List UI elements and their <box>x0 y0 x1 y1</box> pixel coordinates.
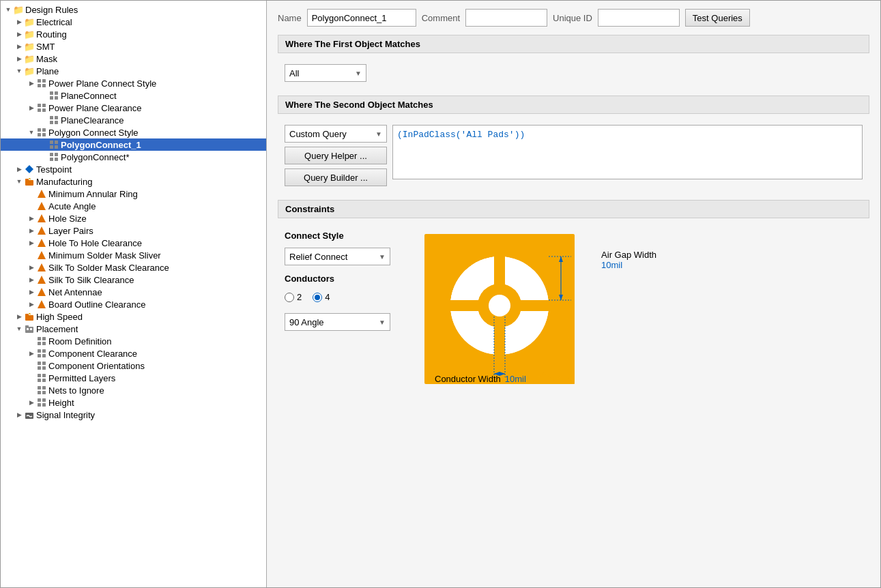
icon-silk-to-silk-clearance <box>36 274 47 285</box>
tree-item-electrical[interactable]: ▶ 📁 Electrical <box>1 16 266 28</box>
conductor-width-label: Conductor Width <box>435 374 501 384</box>
test-queries-button[interactable]: Test Queries <box>685 9 750 27</box>
toggle-placement: ▼ <box>14 324 24 334</box>
tree-item-power-plane-connect-style[interactable]: ▶ Power Plane Connect Style <box>1 77 266 89</box>
right-panel: Name Comment Unique ID Test Queries Wher… <box>267 1 880 587</box>
tree-item-minimum-annular-ring[interactable]: ▶ Minimum Annular Ring <box>1 188 266 200</box>
tree-item-power-plane-clearance[interactable]: ▶ Power Plane Clearance <box>1 102 266 114</box>
icon-placement <box>24 323 35 334</box>
svg-marker-38 <box>38 263 46 271</box>
svg-rect-53 <box>38 349 41 353</box>
query-text-box[interactable]: (InPadClass('All Pads')) <box>392 125 863 179</box>
connect-style-dropdown[interactable]: Relief Connect ▼ <box>285 248 390 265</box>
first-object-header: Where The First Object Matches <box>278 35 869 53</box>
tree-item-testpoint[interactable]: ▶ Testpoint <box>1 163 266 175</box>
conductor-2-label: 2 <box>297 292 302 302</box>
svg-rect-25 <box>55 153 58 156</box>
first-object-dropdown-arrow: ▼ <box>355 70 362 77</box>
toggle-acute-angle: ▶ <box>27 201 36 211</box>
tree-item-component-orientations[interactable]: ▶ Component Orientations <box>1 359 266 372</box>
toggle-component-orientations: ▶ <box>27 361 36 370</box>
tree-item-room-definition[interactable]: ▶ Room Definition <box>1 335 266 347</box>
label-board-outline-clearance: Board Outline Clearance <box>48 299 145 310</box>
svg-rect-70 <box>42 398 46 402</box>
angle-dropdown[interactable]: 90 Angle ▼ <box>285 313 390 331</box>
conductor-2-radio[interactable] <box>285 293 294 302</box>
tree-item-silk-to-silk-clearance[interactable]: ▶ Silk To Silk Clearance <box>1 274 266 286</box>
tree-item-silk-to-solder-mask-clearance[interactable]: ▶ Silk To Solder Mask Clearance <box>1 261 266 274</box>
svg-rect-11 <box>42 108 46 112</box>
conductor-2-option[interactable]: 2 <box>285 292 302 302</box>
tree-item-polygon-connect-1[interactable]: ▶ PolygonConnect_1 <box>1 138 266 151</box>
tree-item-net-antennae[interactable]: ▶ Net Antennae <box>1 286 266 298</box>
svg-rect-2 <box>38 84 41 87</box>
svg-rect-1 <box>42 79 46 83</box>
tree-item-signal-integrity[interactable]: ▶ Signal Integrity <box>1 409 266 421</box>
tree-item-plane-clearance[interactable]: ▶ PlaneClearance <box>1 114 266 126</box>
connect-style-label: Connect Style <box>285 231 407 241</box>
tree-item-polygon-connect-style[interactable]: ▼ Polygon Connect Style <box>1 126 266 138</box>
tree-item-plane-connect[interactable]: ▶ PlaneConnect <box>1 89 266 102</box>
name-row: Name Comment Unique ID Test Queries <box>278 9 869 27</box>
svg-rect-20 <box>50 141 53 144</box>
tree-item-placement[interactable]: ▼ Placement <box>1 323 266 335</box>
pcb-diagram <box>421 231 578 387</box>
svg-marker-41 <box>38 300 46 308</box>
toggle-minimum-solder-mask-sliver: ▶ <box>27 250 36 260</box>
connect-style-arrow: ▼ <box>379 253 386 261</box>
tree-item-hole-to-hole-clearance[interactable]: ▶ Hole To Hole Clearance <box>1 237 266 249</box>
unique-id-input[interactable] <box>598 9 680 27</box>
comment-label: Comment <box>422 13 460 23</box>
label-hole-size: Hole Size <box>48 214 87 224</box>
tree-item-mask[interactable]: ▶ 📁 Mask <box>1 53 266 65</box>
svg-rect-21 <box>55 141 58 144</box>
tree-item-nets-to-ignore[interactable]: ▶ Nets to Ignore <box>1 384 266 396</box>
connect-style-value: Relief Connect <box>289 252 347 262</box>
icon-silk-to-solder-mask-clearance <box>36 262 47 273</box>
label-room-definition: Room Definition <box>48 336 112 347</box>
angle-dropdown-value: 90 Angle <box>289 317 324 327</box>
tree-item-design-rules[interactable]: ▼ 📁 Design Rules <box>1 3 266 16</box>
tree-item-high-speed[interactable]: ▶ High Speed <box>1 310 266 323</box>
tree-item-permitted-layers[interactable]: ▶ Permitted Layers <box>1 372 266 384</box>
conductor-4-option[interactable]: 4 <box>313 292 330 302</box>
icon-polygon-connect-star <box>48 151 59 162</box>
tree-item-layer-pairs[interactable]: ▶ Layer Pairs <box>1 224 266 237</box>
toggle-layer-pairs: ▶ <box>27 226 36 235</box>
tree-item-hole-size[interactable]: ▶ Hole Size <box>1 212 266 224</box>
svg-rect-9 <box>42 104 46 107</box>
icon-layer-pairs <box>36 225 47 236</box>
svg-rect-69 <box>38 398 41 402</box>
svg-rect-48 <box>30 328 32 330</box>
icon-plane-connect <box>48 90 59 101</box>
svg-rect-51 <box>38 342 41 345</box>
query-helper-button[interactable]: Query Helper ... <box>285 147 387 164</box>
tree-item-routing[interactable]: ▶ 📁 Routing <box>1 28 266 40</box>
conductor-4-radio[interactable] <box>313 293 322 302</box>
query-builder-button[interactable]: Query Builder ... <box>285 168 387 186</box>
tree-item-polygon-connect-star[interactable]: ▶ PolygonConnect* <box>1 151 266 163</box>
second-object-header: Where The Second Object Matches <box>278 95 869 114</box>
icon-permitted-layers <box>36 372 47 383</box>
tree-item-height[interactable]: ▶ Height <box>1 396 266 409</box>
label-high-speed: High Speed <box>36 312 83 322</box>
conductors-label: Conductors <box>285 274 407 284</box>
angle-dropdown-arrow: ▼ <box>379 319 386 326</box>
second-object-dropdown[interactable]: Custom Query ▼ <box>285 125 387 143</box>
label-net-antennae: Net Antennae <box>48 287 102 297</box>
icon-mask: 📁 <box>24 53 35 64</box>
toggle-power-plane-connect-style: ▶ <box>27 78 36 88</box>
svg-rect-12 <box>50 116 53 119</box>
air-gap-annotation: Air Gap Width 10mil <box>601 250 656 270</box>
tree-item-acute-angle[interactable]: ▶ Acute Angle <box>1 200 266 212</box>
comment-input[interactable] <box>465 9 547 27</box>
tree-item-manufacturing[interactable]: ▼ Manufacturing <box>1 175 266 188</box>
tree-item-board-outline-clearance[interactable]: ▶ Board Outline Clearance <box>1 298 266 310</box>
name-input[interactable] <box>307 9 416 27</box>
tree-item-component-clearance[interactable]: ▶ Component Clearance <box>1 347 266 359</box>
tree-item-smt[interactable]: ▶ 📁 SMT <box>1 40 266 53</box>
tree-item-minimum-solder-mask-sliver[interactable]: ▶ Minimum Solder Mask Sliver <box>1 249 266 261</box>
svg-marker-34 <box>38 214 46 222</box>
tree-item-plane[interactable]: ▼ 📁 Plane <box>1 65 266 77</box>
first-object-dropdown[interactable]: All ▼ <box>285 64 366 82</box>
